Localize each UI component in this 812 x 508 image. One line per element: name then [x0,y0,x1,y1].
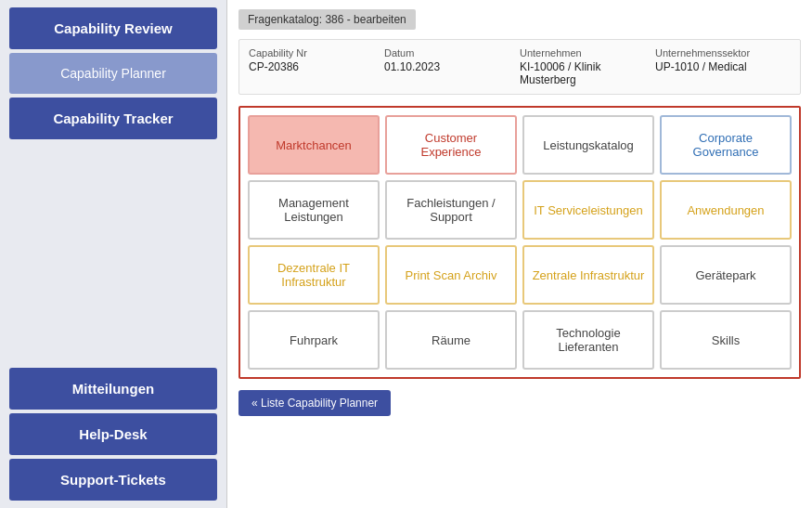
sidebar-item-help-desk[interactable]: Help-Desk [9,413,217,455]
cap-nr-value: CP-20386 [249,60,384,73]
cap-nr-label: Capability Nr [249,47,384,59]
bottom-bar: « Liste Capability Planner [238,390,801,416]
sidebar-item-capability-tracker[interactable]: Capability Tracker [9,98,217,139]
grid-cell-6[interactable]: IT Serviceleistungen [522,180,654,240]
grid-cell-10[interactable]: Zentrale Infrastruktur [522,245,654,305]
sidebar-item-mitteilungen[interactable]: Mitteilungen [9,368,217,410]
grid-cell-9[interactable]: Print Scan Archiv [385,245,517,305]
sidebar-item-support-tickets[interactable]: Support-Tickets [9,459,217,501]
sidebar-item-capability-review[interactable]: Capability Review [9,7,217,49]
grid-cell-14[interactable]: Technologie Lieferanten [522,310,654,370]
grid-cell-8[interactable]: Dezentrale IT Infrastruktur [248,245,380,305]
sidebar-spacer [9,143,217,364]
fragenkatalog-tag: Fragenkatalog: 386 - bearbeiten [238,9,416,30]
sektor-cell: Unternehmenssektor UP-1010 / Medical [655,47,791,86]
grid-cell-7[interactable]: Anwendungen [660,180,792,240]
datum-cell: Datum 01.10.2023 [384,47,520,86]
info-row: Capability Nr CP-20386 Datum 01.10.2023 … [238,39,801,95]
back-button[interactable]: « Liste Capability Planner [238,390,391,416]
main-content: Fragenkatalog: 386 - bearbeiten Capabili… [227,0,812,508]
grid-cell-2[interactable]: Leistungskatalog [522,115,654,175]
unternehmen-label: Unternehmen [520,47,655,59]
grid-cell-11[interactable]: Gerätepark [660,245,792,305]
grid-cell-5[interactable]: Fachleistungen / Support [385,180,517,240]
grid-cell-1[interactable]: Customer Experience [385,115,517,175]
unternehmen-value: KI-10006 / Klinik Musterberg [520,60,655,86]
sidebar-item-capability-planner[interactable]: Capability Planner [9,53,217,94]
sidebar: Capability Review Capability Planner Cap… [0,0,227,508]
grid-cell-13[interactable]: Räume [385,310,517,370]
grid-cell-4[interactable]: Management Leistungen [248,180,380,240]
unternehmen-cell: Unternehmen KI-10006 / Klinik Musterberg [520,47,655,86]
grid-cell-12[interactable]: Fuhrpark [248,310,380,370]
datum-value: 01.10.2023 [384,60,520,73]
grid-cell-3[interactable]: Corporate Governance [660,115,792,175]
grid-cell-15[interactable]: Skills [660,310,792,370]
sektor-label: Unternehmenssektor [655,47,791,59]
capability-grid: MarktchancenCustomer ExperienceLeistungs… [238,106,801,379]
grid-cell-0[interactable]: Marktchancen [248,115,380,175]
datum-label: Datum [384,47,520,59]
tag-bar: Fragenkatalog: 386 - bearbeiten [238,9,801,30]
sektor-value: UP-1010 / Medical [655,60,791,73]
cap-nr-cell: Capability Nr CP-20386 [249,47,384,86]
